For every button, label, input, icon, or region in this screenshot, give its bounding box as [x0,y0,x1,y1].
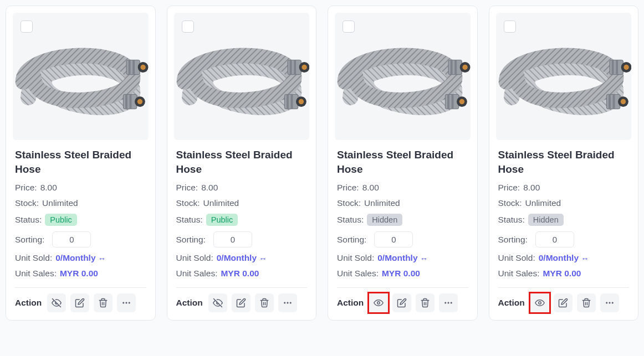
action-label: Action [498,298,525,308]
unit-sold-link[interactable]: 0/Monthly ↔ [539,253,589,263]
sorting-input[interactable] [213,231,252,247]
status-badge: Hidden [528,214,564,226]
hide-button[interactable] [47,293,66,312]
status-row: Status: Hidden [498,214,630,226]
status-badge: Public [206,214,238,226]
unit-sold-value: 0/Monthly [377,253,417,263]
more-button[interactable] [600,293,619,312]
product-title: Stainless Steel Braided Hose [337,148,468,176]
unit-sales-value: MYR 0.00 [543,269,581,278]
stock-label: Stock: [15,198,39,208]
stock-value: Unlimited [203,198,239,208]
unit-sold-link[interactable]: 0/Monthly ↔ [55,253,106,263]
edit-button[interactable] [392,293,411,312]
sorting-label: Sorting: [498,235,528,245]
sorting-input[interactable] [374,231,413,247]
stock-value: Unlimited [364,198,400,208]
stock-value: Unlimited [42,198,78,208]
more-button[interactable] [439,293,458,312]
unit-sales-label: Unit Sales: [337,269,379,278]
unit-sold-label: Unit Sold: [498,253,535,263]
price-value: 8.00 [201,183,218,193]
unit-sales-value: MYR 0.00 [382,269,420,278]
delete-button[interactable] [416,293,435,312]
sorting-input[interactable] [52,231,91,247]
unit-sales-label: Unit Sales: [176,269,218,278]
status-row: Status: Hidden [337,214,468,226]
product-image [13,13,149,140]
sorting-row: Sorting: [337,231,468,247]
show-button[interactable] [369,293,388,312]
price-value: 8.00 [40,183,57,193]
action-row: Action [498,293,630,312]
unit-sold-value: 0/Monthly [217,253,257,263]
stock-row: Stock: Unlimited [337,198,468,208]
status-label: Status: [15,215,42,225]
sorting-label: Sorting: [176,235,206,245]
unit-sales-value: MYR 0.00 [60,269,98,278]
show-button[interactable] [530,293,549,312]
unit-sold-link[interactable]: 0/Monthly ↔ [217,253,267,263]
unit-sold-row: Unit Sold: 0/Monthly ↔ [176,253,308,263]
status-badge: Public [45,214,77,226]
swap-icon: ↔ [581,254,589,263]
price-row: Price: 8.00 [15,183,146,193]
product-image [174,13,310,140]
action-label: Action [15,298,42,308]
divider [176,287,308,288]
more-button[interactable] [278,293,297,312]
action-label: Action [337,298,364,308]
price-value: 8.00 [523,183,540,193]
sorting-input[interactable] [535,231,574,247]
unit-sold-label: Unit Sold: [15,253,52,263]
edit-button[interactable] [232,293,251,312]
edit-button[interactable] [70,293,89,312]
sorting-label: Sorting: [15,235,44,245]
product-image [335,13,471,140]
divider [337,287,468,288]
price-label: Price: [498,183,520,193]
select-checkbox[interactable] [343,20,355,33]
status-label: Status: [498,215,525,225]
unit-sold-link[interactable]: 0/Monthly ↔ [377,253,428,263]
edit-button[interactable] [554,293,573,312]
unit-sold-label: Unit Sold: [337,253,374,263]
divider [15,287,146,288]
stock-value: Unlimited [525,198,561,208]
delete-button[interactable] [577,293,596,312]
select-checkbox[interactable] [504,20,516,33]
select-checkbox[interactable] [182,20,194,33]
unit-sales-label: Unit Sales: [498,269,540,278]
price-label: Price: [176,183,198,193]
delete-button[interactable] [94,293,113,312]
price-label: Price: [337,183,359,193]
more-button[interactable] [117,293,136,312]
status-badge: Hidden [367,214,402,226]
product-card: Stainless Steel Braided Hose Price: 8.00… [328,6,478,321]
stock-row: Stock: Unlimited [176,198,308,208]
product-image [496,13,632,140]
unit-sold-value: 0/Monthly [55,253,95,263]
sorting-row: Sorting: [15,231,146,247]
unit-sales-row: Unit Sales: MYR 0.00 [15,269,146,278]
price-row: Price: 8.00 [498,183,630,193]
unit-sales-value: MYR 0.00 [221,269,259,278]
product-card: Stainless Steel Braided Hose Price: 8.00… [6,6,156,321]
product-card: Stainless Steel Braided Hose Price: 8.00… [167,6,317,321]
delete-button[interactable] [255,293,274,312]
status-label: Status: [176,215,203,225]
product-title: Stainless Steel Braided Hose [176,148,308,176]
unit-sold-label: Unit Sold: [176,253,213,263]
select-checkbox[interactable] [21,20,33,33]
swap-icon: ↔ [259,254,267,263]
unit-sales-row: Unit Sales: MYR 0.00 [498,269,630,278]
price-label: Price: [15,183,37,193]
unit-sales-row: Unit Sales: MYR 0.00 [176,269,308,278]
price-value: 8.00 [362,183,379,193]
stock-label: Stock: [498,198,522,208]
sorting-row: Sorting: [176,231,308,247]
sorting-label: Sorting: [337,235,366,245]
price-row: Price: 8.00 [176,183,308,193]
stock-row: Stock: Unlimited [498,198,630,208]
hide-button[interactable] [208,293,227,312]
